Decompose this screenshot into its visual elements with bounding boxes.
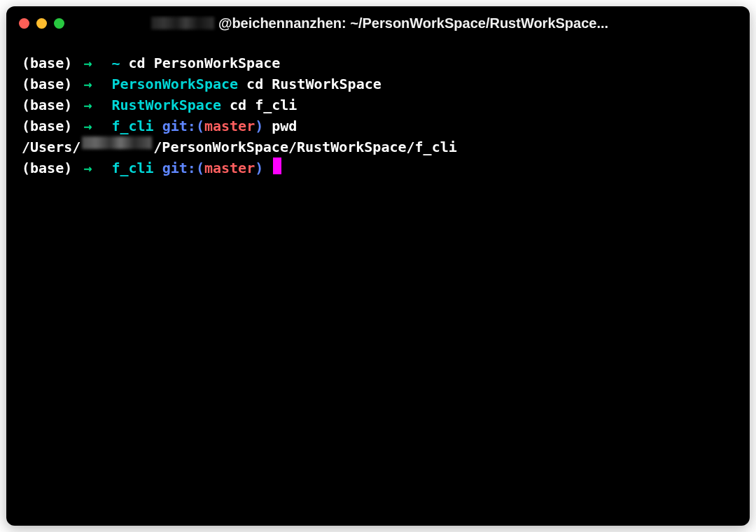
- cwd: PersonWorkSpace: [111, 74, 238, 94]
- terminal-line: (base) → f_cli git:(master) pwd: [22, 115, 734, 136]
- env-label: (base): [22, 115, 72, 136]
- prompt-arrow-icon: →: [80, 74, 94, 94]
- git-label: git:: [162, 115, 196, 136]
- git-paren-close: ): [255, 115, 263, 136]
- redacted-user: [151, 17, 214, 29]
- env-label: (base): [22, 52, 72, 74]
- command-text: cd RustWorkSpace: [246, 74, 382, 94]
- terminal-line: (base) → PersonWorkSpace cd RustWorkSpac…: [22, 74, 734, 94]
- terminal-output-line: /Users/ /PersonWorkSpace/RustWorkSpace/f…: [22, 136, 734, 158]
- terminal-window: @beichennanzhen: ~/PersonWorkSpace/RustW…: [6, 6, 750, 526]
- prompt-arrow-icon: →: [80, 52, 94, 74]
- terminal-line: (base) → RustWorkSpace cd f_cli: [22, 94, 734, 115]
- git-branch: master: [204, 158, 255, 178]
- cwd: RustWorkSpace: [111, 94, 221, 115]
- command-text: cd PersonWorkSpace: [129, 52, 281, 74]
- prompt-arrow-icon: →: [80, 115, 94, 136]
- env-label: (base): [22, 74, 72, 94]
- git-label: git:: [162, 158, 196, 178]
- pwd-output-suffix: /PersonWorkSpace/RustWorkSpace/f_cli: [153, 136, 456, 158]
- env-label: (base): [22, 94, 72, 115]
- git-branch: master: [204, 115, 255, 136]
- git-paren-open: (: [196, 115, 204, 136]
- title-bar: @beichennanzhen: ~/PersonWorkSpace/RustW…: [6, 6, 750, 40]
- prompt-arrow-icon: →: [80, 94, 94, 115]
- pwd-output-prefix: /Users/: [22, 136, 80, 158]
- cwd: f_cli: [111, 115, 153, 136]
- cwd: ~: [111, 52, 120, 74]
- terminal-body[interactable]: (base) → ~ cd PersonWorkSpace (base) → P…: [6, 40, 750, 526]
- title-suffix: @beichennanzhen: ~/PersonWorkSpace/RustW…: [218, 15, 608, 31]
- env-label: (base): [22, 158, 72, 178]
- redacted-path: [82, 136, 152, 149]
- terminal-current-line[interactable]: (base) → f_cli git:(master): [22, 158, 734, 178]
- git-paren-open: (: [196, 158, 204, 178]
- git-paren-close: ): [255, 158, 263, 178]
- terminal-line: (base) → ~ cd PersonWorkSpace: [22, 52, 734, 74]
- cursor-icon: [273, 158, 281, 174]
- command-text: pwd: [272, 115, 297, 136]
- prompt-arrow-icon: →: [80, 158, 94, 178]
- command-text: cd f_cli: [230, 94, 297, 115]
- window-title: @beichennanzhen: ~/PersonWorkSpace/RustW…: [22, 15, 737, 31]
- cwd: f_cli: [111, 158, 153, 178]
